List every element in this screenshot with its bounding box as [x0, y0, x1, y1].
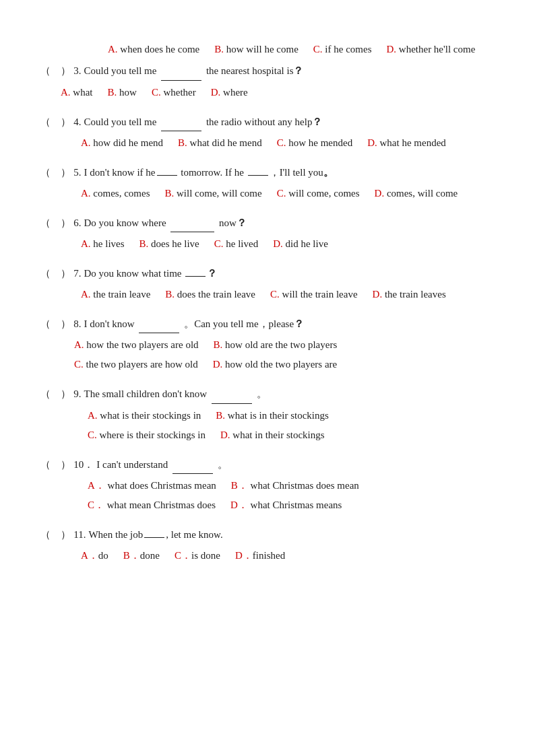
question-3: （ ） 3. Could you tell me the nearest hos… — [40, 63, 495, 102]
q2-options: A. when does he come B. how will he come… — [108, 40, 495, 59]
opt-b: B. will come, will come — [164, 184, 261, 203]
question-11: （ ） 11. When the job, let me know. A．do … — [40, 526, 495, 565]
opt-a: A. what — [61, 83, 93, 102]
opt-a: A. what is their stockings in — [88, 407, 201, 425]
q10-stem: （ ） 10． I can't understand 。 — [40, 456, 495, 475]
opt-d: D． what Christmas means — [230, 496, 342, 514]
q8-stem: （ ） 8. I don't know 。Can you tell me，ple… — [40, 316, 495, 334]
question-7: （ ） 7. Do you know what time ？ A. the tr… — [40, 265, 495, 304]
opt-b: B. how — [108, 83, 137, 102]
opt-c: C． what mean Christmas does — [88, 496, 216, 514]
opt-a: A. the train leave — [81, 285, 150, 304]
question-9: （ ） 9. The small children don't know 。 A… — [40, 386, 495, 444]
q3-stem: （ ） 3. Could you tell me the nearest hos… — [40, 63, 495, 81]
opt-c: C. where is their stockings in — [88, 426, 206, 444]
opt-b: B. what did he mend — [178, 134, 262, 152]
question-5: （ ） 5. I don't know if he tomorrow. If h… — [40, 164, 495, 203]
opt-a: A． what does Christmas mean — [88, 477, 216, 495]
opt-b: B. does he live — [139, 235, 199, 253]
q7-stem: （ ） 7. Do you know what time ？ — [40, 265, 495, 283]
opt-d: D. comes, will come — [375, 184, 458, 203]
opt-d: D. did he live — [273, 235, 328, 253]
q4-options: A. how did he mend B. what did he mend C… — [81, 134, 495, 152]
opt-a: A. he lives — [81, 235, 125, 253]
question-10: （ ） 10． I can't understand 。 A． what doe… — [40, 456, 495, 515]
q10-options: A． what does Christmas mean B． what Chri… — [67, 477, 495, 514]
opt-b: B. what is in their stockings — [216, 407, 329, 425]
opt-c: C. will the train leave — [270, 285, 358, 304]
q6-stem: （ ） 6. Do you know where now？ — [40, 215, 495, 233]
opt-d: D．finished — [235, 547, 285, 565]
opt-b: B．done — [123, 547, 160, 565]
opt-a: A. how did he mend — [81, 134, 163, 152]
opt-b: B. does the train leave — [165, 285, 255, 304]
q8-options: A. how the two players are old B. how ol… — [54, 336, 495, 374]
opt-b: B. how old are the two players — [214, 336, 338, 354]
q9-stem: （ ） 9. The small children don't know 。 — [40, 386, 495, 404]
q11-stem: （ ） 11. When the job, let me know. — [40, 526, 495, 544]
opt-d: D. the train leaves — [373, 285, 446, 304]
q11-options: A．do B．done C．is done D．finished — [81, 547, 495, 565]
opt-c: C．is done — [175, 547, 220, 565]
opt-d: D. what in their stockings — [220, 426, 325, 444]
opt-c: C. will come, comes — [277, 184, 360, 203]
q9-options: A. what is their stockings in B. what is… — [67, 407, 495, 444]
opt-a: A．do — [81, 547, 108, 565]
opt-c: C. he lived — [214, 235, 258, 253]
opt-b: B． what Christmas does mean — [231, 477, 359, 495]
option-c: C. if he comes — [313, 40, 372, 59]
q4-stem: （ ） 4. Could you tell me the radio witho… — [40, 114, 495, 132]
q5-stem: （ ） 5. I don't know if he tomorrow. If h… — [40, 164, 495, 182]
option-d: D. whether he'll come — [386, 40, 475, 59]
q3-options: A. what B. how C. whether D. where — [61, 83, 495, 102]
opt-d: D. how old the two players are — [213, 355, 338, 374]
opt-c: C. the two players are how old — [74, 355, 198, 374]
option-b: B. how will he come — [214, 40, 298, 59]
opt-d: D. what he mended — [367, 134, 446, 152]
question-8: （ ） 8. I don't know 。Can you tell me，ple… — [40, 316, 495, 374]
option-a: A. when does he come — [108, 40, 199, 59]
q7-options: A. the train leave B. does the train lea… — [81, 285, 495, 304]
opt-a: A. how the two players are old — [74, 336, 199, 354]
opt-c: C. how he mended — [277, 134, 353, 152]
opt-a: A. comes, comes — [81, 184, 150, 203]
worksheet: A. when does he come B. how will he come… — [40, 40, 495, 565]
q5-options: A. comes, comes B. will come, will come … — [81, 184, 495, 203]
opt-d: D. where — [211, 83, 248, 102]
q6-options: A. he lives B. does he live C. he lived … — [81, 235, 495, 253]
question-6: （ ） 6. Do you know where now？ A. he live… — [40, 215, 495, 254]
opt-c: C. whether — [152, 83, 196, 102]
question-4: （ ） 4. Could you tell me the radio witho… — [40, 114, 495, 153]
